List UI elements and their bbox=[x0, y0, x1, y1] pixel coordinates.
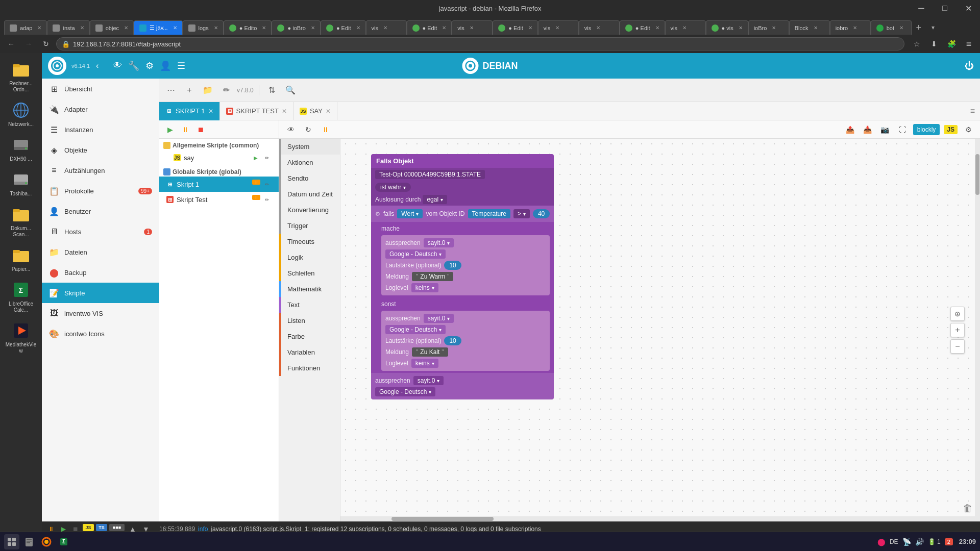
edit-button[interactable]: ✏ bbox=[218, 83, 234, 98]
add-folder-button[interactable]: 📁 bbox=[200, 83, 215, 98]
tab-overflow-button[interactable]: ≡ bbox=[965, 107, 980, 116]
settings-button[interactable]: ⚙ bbox=[962, 123, 975, 136]
maximize-button[interactable]: □ bbox=[933, 0, 957, 16]
tab-close-icon[interactable]: ✕ bbox=[814, 25, 818, 31]
category-datetime[interactable]: Datum und Zeit bbox=[279, 186, 340, 202]
browser-tab-vis3[interactable]: vis ✕ bbox=[538, 20, 579, 35]
browser-tab-iobro2[interactable]: ioBro ✕ bbox=[748, 20, 789, 35]
fullscreen-button[interactable]: ⛶ bbox=[896, 123, 909, 136]
tab-close-icon[interactable]: ✕ bbox=[682, 25, 687, 31]
script-group-global[interactable]: Globale Skripte (global) bbox=[159, 165, 279, 177]
desktop-icon-netzwerk[interactable]: Netzwerk... bbox=[2, 98, 40, 130]
category-aktionen[interactable]: Aktionen bbox=[279, 155, 340, 170]
new-tab-button[interactable]: + bbox=[912, 20, 926, 35]
category-system[interactable]: System bbox=[279, 139, 340, 155]
edit-button[interactable]: ✏ bbox=[262, 153, 272, 162]
tab-close-icon[interactable]: ✕ bbox=[80, 25, 84, 31]
tab-close-icon[interactable]: ✕ bbox=[282, 108, 287, 115]
category-sendto[interactable]: Sendto bbox=[279, 170, 340, 186]
browser-tab-edit2[interactable]: ● Edit ✕ bbox=[321, 20, 366, 35]
pause-button[interactable]: ⏸ bbox=[252, 195, 260, 200]
gear-icon[interactable]: ⚙ bbox=[145, 60, 154, 71]
screenshot-button[interactable]: 📷 bbox=[878, 123, 892, 136]
category-text[interactable]: Text bbox=[279, 297, 340, 313]
nav-item-dateien[interactable]: 📁 Dateien bbox=[42, 242, 159, 262]
refresh-button[interactable]: ↻ bbox=[302, 123, 315, 136]
url-bar[interactable]: 🔒 192.168.178.27:8081/#tab-javascript bbox=[56, 37, 904, 51]
taskbar-icon-apps[interactable] bbox=[4, 534, 19, 549]
search-button[interactable]: 🔍 bbox=[283, 83, 298, 98]
category-farbe[interactable]: Farbe bbox=[279, 329, 340, 344]
reload-button[interactable]: ↻ bbox=[39, 37, 53, 51]
script-tab-skript1[interactable]: ⊞ SKRIPT 1 ✕ bbox=[159, 102, 220, 120]
browser-tab-edit4[interactable]: ● Edit ✕ bbox=[493, 20, 538, 35]
nav-item-instanzen[interactable]: ☰ Instanzen bbox=[42, 119, 159, 140]
nav-item-backup[interactable]: ⬤ Backup bbox=[42, 262, 159, 283]
play-all-button[interactable]: ▶ bbox=[163, 123, 177, 136]
extensions-icon[interactable]: 🧩 bbox=[944, 37, 959, 51]
script-item-say[interactable]: JS say ▶ ✏ bbox=[159, 150, 279, 165]
category-funktionen[interactable]: Funktionen bbox=[279, 360, 340, 376]
sort-button[interactable]: ⇅ bbox=[264, 83, 280, 98]
desktop-icon-mediathek[interactable]: MediathekView bbox=[2, 318, 40, 356]
js-view-button[interactable]: JS bbox=[944, 125, 958, 134]
browser-tab-iobro1[interactable]: ● ioBro ✕ bbox=[272, 20, 320, 35]
tab-close-icon[interactable]: ✕ bbox=[555, 25, 559, 31]
nav-item-adapter[interactable]: 🔌 Adapter bbox=[42, 99, 159, 119]
desktop-icon-dokum[interactable]: Dokum...Scan... bbox=[2, 202, 40, 240]
tab-close-icon[interactable]: ✕ bbox=[173, 25, 177, 31]
script-item-skripttest[interactable]: ⊞ Skript Test ⏸ ✏ bbox=[159, 192, 279, 207]
browser-tab-vis4[interactable]: vis ✕ bbox=[579, 20, 620, 35]
zoom-out-button[interactable]: − bbox=[950, 339, 965, 354]
browser-tab-logs[interactable]: logs ✕ bbox=[183, 20, 224, 35]
browser-tab-iobro3[interactable]: iobro ✕ bbox=[830, 20, 871, 35]
browser-tab-vis1[interactable]: vis ✕ bbox=[366, 20, 407, 35]
category-schleifen[interactable]: Schleifen bbox=[279, 265, 340, 281]
tab-close-icon[interactable]: ✕ bbox=[383, 25, 387, 31]
add-script-button[interactable]: + bbox=[182, 83, 197, 98]
nav-item-benutzer[interactable]: 👤 Benutzer bbox=[42, 201, 159, 221]
zoom-in-button[interactable]: + bbox=[950, 323, 965, 337]
desktop-icon-papier[interactable]: Papier... bbox=[2, 243, 40, 274]
close-button[interactable]: ✕ bbox=[957, 0, 980, 16]
tab-close-icon[interactable]: ✕ bbox=[772, 25, 776, 31]
desktop-icon-dxh90[interactable]: DXH90 ... bbox=[2, 133, 40, 164]
user-icon[interactable]: 👤 bbox=[160, 60, 171, 71]
browser-tab-edit5[interactable]: ● Edit ✕ bbox=[620, 20, 665, 35]
tab-list-button[interactable]: ▾ bbox=[926, 20, 940, 35]
sidebar-collapse-button[interactable]: ‹ bbox=[96, 61, 99, 70]
nav-item-aufzahlungen[interactable]: ≡ Aufzählungen bbox=[42, 160, 159, 181]
pause-script-button[interactable]: ⏸ bbox=[319, 123, 332, 136]
tab-close-icon[interactable]: ✕ bbox=[442, 25, 446, 31]
browser-tab-objec[interactable]: objec ✕ bbox=[90, 20, 134, 35]
eye-toggle[interactable]: 👁 bbox=[284, 123, 298, 136]
category-listen[interactable]: Listen bbox=[279, 313, 340, 329]
edit-button[interactable]: ✏ bbox=[262, 195, 272, 204]
desktop-icon-toshiba[interactable]: Toshiba... bbox=[2, 167, 40, 199]
browser-tab-bot[interactable]: bot ✕ bbox=[871, 20, 912, 35]
block-canvas[interactable]: Falls Objekt Test-Opt 0000DA499C59B9:1.S… bbox=[340, 139, 980, 521]
browser-tab-edit3[interactable]: ● Edit ✕ bbox=[407, 20, 452, 35]
log-filter-js[interactable]: JS bbox=[83, 524, 94, 531]
tab-close-icon[interactable]: ✕ bbox=[262, 25, 266, 31]
desktop-icon-libreoffice[interactable]: Σ LibreOffice Calc... bbox=[2, 278, 40, 315]
browser-tab-edito[interactable]: ● Edito ✕ bbox=[224, 20, 272, 35]
browser-tab-block[interactable]: Block ✕ bbox=[789, 20, 830, 35]
browser-tab-vis5[interactable]: vis ✕ bbox=[665, 20, 706, 35]
tab-close-icon[interactable]: ✕ bbox=[326, 108, 331, 115]
bookmark-icon[interactable]: ☆ bbox=[910, 37, 924, 51]
stop-button[interactable]: ⏹ bbox=[194, 123, 207, 136]
more-button[interactable]: ⋯ bbox=[163, 83, 179, 98]
script-group-common[interactable]: Allgemeine Skripte (common) bbox=[159, 139, 279, 150]
tab-close-icon[interactable]: ✕ bbox=[214, 25, 218, 31]
log-filter-ts[interactable]: TS bbox=[96, 524, 107, 531]
tab-close-icon[interactable]: ✕ bbox=[739, 25, 743, 31]
wrench-icon[interactable]: 🔧 bbox=[128, 60, 139, 71]
script-item-skript1[interactable]: ⊞ Skript 1 ⏸ ✏ bbox=[159, 177, 279, 192]
zoom-compass[interactable]: ⊕ bbox=[950, 307, 965, 321]
scrollbar-bottom[interactable] bbox=[340, 516, 975, 521]
nav-item-protokolle[interactable]: 📋 Protokolle 99+ bbox=[42, 181, 159, 201]
scrollbar-right[interactable] bbox=[975, 139, 980, 521]
menu-icon[interactable]: ≡ bbox=[962, 37, 976, 51]
play-button[interactable]: ▶ bbox=[251, 153, 260, 162]
